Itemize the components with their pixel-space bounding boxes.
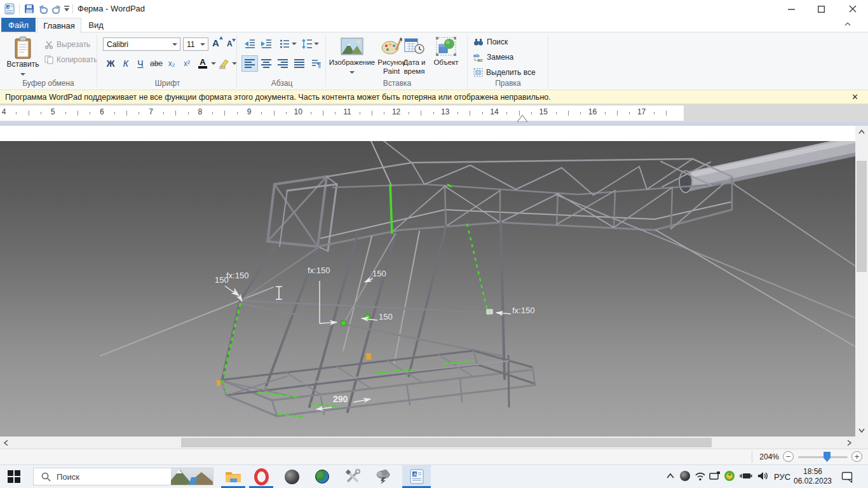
tab-view[interactable]: Вид <box>81 18 111 32</box>
ruler-tick <box>237 112 238 114</box>
document-page-top <box>0 126 855 141</box>
display-connect-icon[interactable] <box>709 471 721 481</box>
scroll-down-icon[interactable] <box>858 428 865 433</box>
antivirus-icon[interactable]: + <box>724 471 735 481</box>
taskbar-app-storm[interactable] <box>369 465 397 488</box>
font-color-button[interactable]: А <box>196 57 210 71</box>
highlight-button[interactable] <box>219 58 230 69</box>
search-box[interactable]: Поиск <box>33 468 214 485</box>
select-all-label: Выделить все <box>486 68 536 77</box>
paste-button[interactable]: Вставить <box>5 35 41 78</box>
redo-button[interactable] <box>51 4 62 14</box>
zoom-in-button[interactable]: + <box>851 451 862 462</box>
undo-button[interactable] <box>38 4 49 14</box>
ruler-tick <box>139 112 139 114</box>
date-time-button[interactable]: Дата и время <box>400 35 428 76</box>
line-spacing-button[interactable] <box>301 39 313 49</box>
strikethrough-button[interactable]: abe <box>148 57 165 71</box>
scroll-up-icon[interactable] <box>858 130 865 135</box>
minimize-button[interactable] <box>776 0 806 18</box>
taskbar-opera[interactable] <box>247 465 275 488</box>
start-button[interactable] <box>8 470 20 483</box>
truss-member <box>100 287 273 356</box>
taskbar-app-globe[interactable] <box>308 465 336 488</box>
insert-image-button[interactable]: Изображение <box>329 35 376 76</box>
truss-member <box>639 166 647 189</box>
increase-indent-button[interactable] <box>261 39 272 49</box>
font-family-combo[interactable]: Calibri <box>103 37 180 51</box>
replace-button[interactable]: abac Замена <box>473 53 513 62</box>
select-all-button[interactable]: Выделить все <box>473 68 536 77</box>
ruler-number: 7 <box>149 107 153 116</box>
vertical-scrollbar[interactable] <box>855 126 868 437</box>
speaker-icon[interactable] <box>757 471 769 481</box>
ribbon-tab-row: Файл Главная Вид <box>0 18 868 32</box>
italic-button[interactable]: К <box>119 57 132 71</box>
horizontal-scroll-thumb[interactable] <box>181 438 712 447</box>
zoom-slider-track[interactable] <box>798 456 848 458</box>
cut-button[interactable]: Вырезать <box>44 40 90 49</box>
paragraph-settings-button[interactable]: ¶ <box>308 55 324 72</box>
tab-file[interactable]: Файл <box>1 18 36 32</box>
ruler-number: 5 <box>51 107 55 116</box>
grow-font-button[interactable]: A <box>212 37 219 48</box>
sphere-icon <box>285 470 299 484</box>
subscript-button[interactable]: x₂ <box>165 57 178 71</box>
collapse-ribbon-icon[interactable] <box>844 22 851 27</box>
search-highlight-image[interactable] <box>171 468 213 485</box>
ruler: 4567891011121314151617 <box>0 104 868 122</box>
vertical-scroll-thumb[interactable] <box>857 161 867 272</box>
truss-member <box>500 194 558 222</box>
notification-icon[interactable] <box>841 471 854 483</box>
language-indicator[interactable]: РУС <box>774 472 790 482</box>
scroll-left-icon[interactable] <box>4 440 9 446</box>
warning-close-icon[interactable]: ✕ <box>851 92 858 102</box>
wifi-icon[interactable] <box>695 471 706 481</box>
zoom-out-button[interactable]: − <box>783 451 794 462</box>
zoom-slider-thumb[interactable] <box>824 452 831 462</box>
copy-button[interactable]: Копировать <box>44 55 98 64</box>
shrink-font-button[interactable]: A <box>227 39 233 48</box>
taskbar-app-tools[interactable] <box>339 465 367 488</box>
bold-button[interactable]: Ж <box>104 57 117 71</box>
ruler-tick <box>568 111 569 116</box>
tools-icon <box>345 469 360 484</box>
quick-access-customize-button[interactable] <box>64 6 70 12</box>
tray-sphere-icon[interactable] <box>680 471 690 481</box>
list-button[interactable] <box>280 39 290 49</box>
insert-object-button[interactable]: Объект <box>430 35 463 67</box>
tab-home[interactable]: Главная <box>37 18 81 33</box>
align-right-button[interactable] <box>275 55 291 72</box>
tray-chevron-icon[interactable] <box>666 473 675 479</box>
taskbar-wordpad-active[interactable]: A <box>402 465 431 488</box>
ruler-band: 4567891011121314151617 <box>0 105 684 121</box>
svg-text:A: A <box>413 471 417 477</box>
scroll-right-icon[interactable] <box>846 440 851 446</box>
close-button[interactable] <box>837 0 867 18</box>
font-size-combo[interactable]: 11 <box>183 37 208 51</box>
save-button[interactable] <box>24 4 34 14</box>
horizontal-scrollbar[interactable] <box>0 437 855 449</box>
decrease-indent-button[interactable] <box>244 39 255 49</box>
document-image[interactable]: 150 fx:150 fx:150 150 150 fx:150 290 <box>0 141 855 437</box>
taskbar-file-explorer[interactable] <box>219 465 247 488</box>
find-button[interactable]: Поиск <box>473 37 508 46</box>
justify-button[interactable] <box>291 55 308 72</box>
align-left-button[interactable] <box>241 55 258 72</box>
battery-icon[interactable] <box>739 471 753 481</box>
paragraph-group-label: Абзац <box>238 79 325 88</box>
taskbar-app-sphere[interactable] <box>278 465 306 488</box>
truss-member <box>221 351 473 380</box>
truss-member <box>384 141 412 163</box>
truss-member <box>280 191 287 247</box>
truss-member <box>516 168 562 189</box>
windows-logo-icon <box>8 470 20 483</box>
ruler-number: 14 <box>490 107 498 116</box>
truss-member <box>407 384 410 405</box>
clock[interactable]: 18:56 06.02.2023 <box>793 467 832 486</box>
maximize-button[interactable] <box>806 0 836 18</box>
superscript-button[interactable]: x² <box>180 57 193 71</box>
align-center-button[interactable] <box>258 55 275 72</box>
truss-member <box>734 184 855 266</box>
underline-button[interactable]: Ч <box>134 57 147 71</box>
